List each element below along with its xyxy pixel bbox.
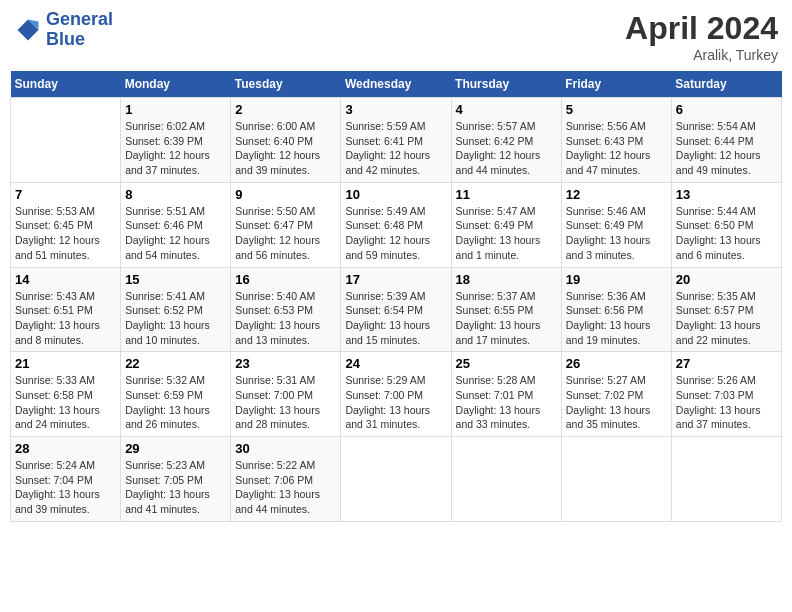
day-number: 28: [15, 441, 116, 456]
day-info: Sunrise: 5:47 AM Sunset: 6:49 PM Dayligh…: [456, 204, 557, 263]
day-number: 30: [235, 441, 336, 456]
calendar-cell: [671, 437, 781, 522]
day-number: 18: [456, 272, 557, 287]
day-info: Sunrise: 5:39 AM Sunset: 6:54 PM Dayligh…: [345, 289, 446, 348]
day-number: 26: [566, 356, 667, 371]
calendar-body: 1Sunrise: 6:02 AM Sunset: 6:39 PM Daylig…: [11, 98, 782, 522]
calendar-cell: 13Sunrise: 5:44 AM Sunset: 6:50 PM Dayli…: [671, 182, 781, 267]
calendar-cell: 15Sunrise: 5:41 AM Sunset: 6:52 PM Dayli…: [121, 267, 231, 352]
subtitle: Aralik, Turkey: [625, 47, 778, 63]
calendar-cell: 9Sunrise: 5:50 AM Sunset: 6:47 PM Daylig…: [231, 182, 341, 267]
day-info: Sunrise: 5:37 AM Sunset: 6:55 PM Dayligh…: [456, 289, 557, 348]
day-number: 20: [676, 272, 777, 287]
day-info: Sunrise: 5:23 AM Sunset: 7:05 PM Dayligh…: [125, 458, 226, 517]
day-info: Sunrise: 5:43 AM Sunset: 6:51 PM Dayligh…: [15, 289, 116, 348]
calendar-cell: 21Sunrise: 5:33 AM Sunset: 6:58 PM Dayli…: [11, 352, 121, 437]
calendar-cell: [341, 437, 451, 522]
calendar-cell: 26Sunrise: 5:27 AM Sunset: 7:02 PM Dayli…: [561, 352, 671, 437]
day-number: 22: [125, 356, 226, 371]
day-number: 9: [235, 187, 336, 202]
calendar-day-header: Saturday: [671, 71, 781, 98]
day-number: 17: [345, 272, 446, 287]
day-number: 25: [456, 356, 557, 371]
calendar-cell: 25Sunrise: 5:28 AM Sunset: 7:01 PM Dayli…: [451, 352, 561, 437]
calendar-header: SundayMondayTuesdayWednesdayThursdayFrid…: [11, 71, 782, 98]
day-number: 23: [235, 356, 336, 371]
day-number: 1: [125, 102, 226, 117]
calendar-cell: 27Sunrise: 5:26 AM Sunset: 7:03 PM Dayli…: [671, 352, 781, 437]
day-info: Sunrise: 5:26 AM Sunset: 7:03 PM Dayligh…: [676, 373, 777, 432]
calendar-cell: 18Sunrise: 5:37 AM Sunset: 6:55 PM Dayli…: [451, 267, 561, 352]
day-info: Sunrise: 5:53 AM Sunset: 6:45 PM Dayligh…: [15, 204, 116, 263]
day-number: 12: [566, 187, 667, 202]
calendar-cell: 8Sunrise: 5:51 AM Sunset: 6:46 PM Daylig…: [121, 182, 231, 267]
day-number: 14: [15, 272, 116, 287]
calendar-cell: 1Sunrise: 6:02 AM Sunset: 6:39 PM Daylig…: [121, 98, 231, 183]
day-number: 10: [345, 187, 446, 202]
day-info: Sunrise: 5:31 AM Sunset: 7:00 PM Dayligh…: [235, 373, 336, 432]
calendar-cell: 17Sunrise: 5:39 AM Sunset: 6:54 PM Dayli…: [341, 267, 451, 352]
calendar-cell: 11Sunrise: 5:47 AM Sunset: 6:49 PM Dayli…: [451, 182, 561, 267]
day-number: 2: [235, 102, 336, 117]
calendar-cell: 12Sunrise: 5:46 AM Sunset: 6:49 PM Dayli…: [561, 182, 671, 267]
calendar-cell: 16Sunrise: 5:40 AM Sunset: 6:53 PM Dayli…: [231, 267, 341, 352]
day-info: Sunrise: 5:50 AM Sunset: 6:47 PM Dayligh…: [235, 204, 336, 263]
calendar-day-header: Sunday: [11, 71, 121, 98]
day-number: 19: [566, 272, 667, 287]
calendar-cell: 29Sunrise: 5:23 AM Sunset: 7:05 PM Dayli…: [121, 437, 231, 522]
day-number: 13: [676, 187, 777, 202]
title-block: April 2024 Aralik, Turkey: [625, 10, 778, 63]
day-info: Sunrise: 5:24 AM Sunset: 7:04 PM Dayligh…: [15, 458, 116, 517]
calendar-cell: 28Sunrise: 5:24 AM Sunset: 7:04 PM Dayli…: [11, 437, 121, 522]
day-info: Sunrise: 5:51 AM Sunset: 6:46 PM Dayligh…: [125, 204, 226, 263]
calendar-cell: 5Sunrise: 5:56 AM Sunset: 6:43 PM Daylig…: [561, 98, 671, 183]
day-info: Sunrise: 5:57 AM Sunset: 6:42 PM Dayligh…: [456, 119, 557, 178]
calendar-week-row: 1Sunrise: 6:02 AM Sunset: 6:39 PM Daylig…: [11, 98, 782, 183]
calendar-cell: 19Sunrise: 5:36 AM Sunset: 6:56 PM Dayli…: [561, 267, 671, 352]
calendar-cell: 24Sunrise: 5:29 AM Sunset: 7:00 PM Dayli…: [341, 352, 451, 437]
calendar-cell: [561, 437, 671, 522]
day-info: Sunrise: 5:28 AM Sunset: 7:01 PM Dayligh…: [456, 373, 557, 432]
logo-text: General Blue: [46, 10, 113, 50]
calendar-cell: 22Sunrise: 5:32 AM Sunset: 6:59 PM Dayli…: [121, 352, 231, 437]
calendar-cell: 30Sunrise: 5:22 AM Sunset: 7:06 PM Dayli…: [231, 437, 341, 522]
calendar-cell: 7Sunrise: 5:53 AM Sunset: 6:45 PM Daylig…: [11, 182, 121, 267]
calendar-week-row: 14Sunrise: 5:43 AM Sunset: 6:51 PM Dayli…: [11, 267, 782, 352]
day-number: 27: [676, 356, 777, 371]
calendar-day-header: Friday: [561, 71, 671, 98]
calendar-cell: 14Sunrise: 5:43 AM Sunset: 6:51 PM Dayli…: [11, 267, 121, 352]
day-info: Sunrise: 6:00 AM Sunset: 6:40 PM Dayligh…: [235, 119, 336, 178]
day-number: 3: [345, 102, 446, 117]
day-info: Sunrise: 5:27 AM Sunset: 7:02 PM Dayligh…: [566, 373, 667, 432]
day-number: 16: [235, 272, 336, 287]
day-number: 11: [456, 187, 557, 202]
calendar-day-header: Wednesday: [341, 71, 451, 98]
calendar-week-row: 7Sunrise: 5:53 AM Sunset: 6:45 PM Daylig…: [11, 182, 782, 267]
day-number: 7: [15, 187, 116, 202]
page-header: General Blue April 2024 Aralik, Turkey: [10, 10, 782, 63]
calendar-cell: [451, 437, 561, 522]
day-info: Sunrise: 5:46 AM Sunset: 6:49 PM Dayligh…: [566, 204, 667, 263]
day-number: 4: [456, 102, 557, 117]
day-number: 21: [15, 356, 116, 371]
day-info: Sunrise: 5:40 AM Sunset: 6:53 PM Dayligh…: [235, 289, 336, 348]
logo-icon: [14, 16, 42, 44]
calendar-cell: 23Sunrise: 5:31 AM Sunset: 7:00 PM Dayli…: [231, 352, 341, 437]
calendar-cell: 10Sunrise: 5:49 AM Sunset: 6:48 PM Dayli…: [341, 182, 451, 267]
day-number: 29: [125, 441, 226, 456]
calendar-week-row: 28Sunrise: 5:24 AM Sunset: 7:04 PM Dayli…: [11, 437, 782, 522]
calendar-day-header: Thursday: [451, 71, 561, 98]
calendar-day-header: Tuesday: [231, 71, 341, 98]
calendar-table: SundayMondayTuesdayWednesdayThursdayFrid…: [10, 71, 782, 522]
day-number: 6: [676, 102, 777, 117]
day-info: Sunrise: 6:02 AM Sunset: 6:39 PM Dayligh…: [125, 119, 226, 178]
logo: General Blue: [14, 10, 113, 50]
day-number: 24: [345, 356, 446, 371]
calendar-cell: [11, 98, 121, 183]
calendar-cell: 3Sunrise: 5:59 AM Sunset: 6:41 PM Daylig…: [341, 98, 451, 183]
calendar-cell: 6Sunrise: 5:54 AM Sunset: 6:44 PM Daylig…: [671, 98, 781, 183]
day-info: Sunrise: 5:36 AM Sunset: 6:56 PM Dayligh…: [566, 289, 667, 348]
day-info: Sunrise: 5:54 AM Sunset: 6:44 PM Dayligh…: [676, 119, 777, 178]
day-number: 15: [125, 272, 226, 287]
main-title: April 2024: [625, 10, 778, 47]
